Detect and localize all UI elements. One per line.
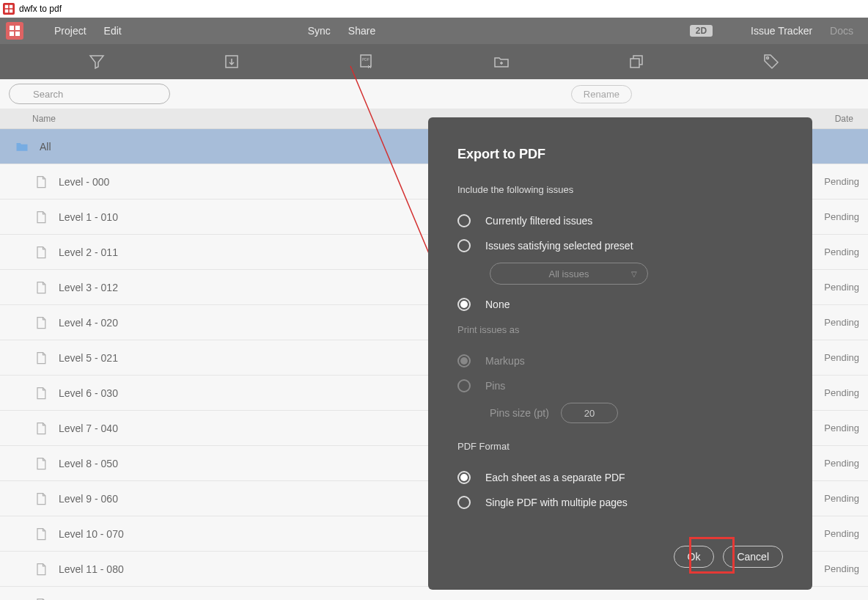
radio-icon <box>457 379 471 392</box>
menu-sync[interactable]: Sync <box>299 25 339 37</box>
svg-rect-11 <box>630 59 639 67</box>
radio-single-pdf[interactable]: Single PDF with multiple pages <box>457 490 783 515</box>
svg-point-12 <box>767 57 769 59</box>
row-status: Pending <box>809 422 868 433</box>
radio-label: Pins <box>485 380 505 392</box>
file-icon <box>34 562 48 577</box>
file-icon <box>34 527 48 541</box>
svg-rect-5 <box>15 26 20 30</box>
svg-rect-7 <box>15 32 20 36</box>
file-icon <box>34 245 48 260</box>
menu-project[interactable]: Project <box>45 25 95 37</box>
ok-button[interactable]: Ok <box>674 546 715 568</box>
import-icon[interactable] <box>223 53 240 70</box>
row-status: Pending <box>809 211 868 222</box>
file-icon <box>34 421 48 436</box>
folder-icon <box>15 139 29 154</box>
file-icon <box>34 456 48 471</box>
row-status: Pending <box>809 176 868 187</box>
radio-label: Single PDF with multiple pages <box>485 497 628 508</box>
preset-value: All issues <box>549 268 589 279</box>
file-icon <box>34 280 48 295</box>
svg-rect-3 <box>10 10 13 13</box>
radio-icon <box>457 239 471 252</box>
file-icon <box>34 315 48 330</box>
radio-icon <box>457 214 471 227</box>
row-status: Pending <box>809 246 868 257</box>
svg-rect-4 <box>10 26 14 30</box>
pdf-format-label: PDF Format <box>457 441 783 452</box>
row-status: Pending <box>809 458 868 469</box>
row-status: Pending <box>809 352 868 363</box>
radio-icon <box>457 298 471 311</box>
file-icon <box>34 210 48 224</box>
radio-preset-issues[interactable]: Issues satisfying selected preset <box>457 233 783 258</box>
row-status: Pending <box>809 493 868 504</box>
radio-filtered-issues[interactable]: Currently filtered issues <box>457 208 783 233</box>
radio-icon <box>457 471 471 484</box>
radio-pins: Pins <box>457 373 783 398</box>
row-status: Pending <box>809 387 868 398</box>
window-titlebar: dwfx to pdf <box>0 0 868 18</box>
search-input[interactable] <box>9 84 170 104</box>
radio-label: Issues satisfying selected preset <box>485 240 633 252</box>
file-icon <box>34 491 48 506</box>
row-status: Pending <box>809 282 868 293</box>
menu-docs[interactable]: Docs <box>821 25 862 37</box>
pins-size-label: Pins size (pt) <box>490 407 549 419</box>
svg-rect-2 <box>5 10 9 13</box>
menu-issue-tracker[interactable]: Issue Tracker <box>742 25 821 37</box>
print-issues-label: Print issues as <box>457 324 783 335</box>
mode-2d-badge[interactable]: 2D <box>690 25 713 37</box>
window-title: dwfx to pdf <box>19 4 62 14</box>
preset-dropdown[interactable]: All issues ▽ <box>490 263 648 285</box>
dialog-title: Export to PDF <box>457 147 783 162</box>
file-icon <box>34 175 48 189</box>
file-icon <box>34 351 48 365</box>
row-status: Pending <box>809 528 868 539</box>
pins-size-row: Pins size (pt) <box>490 398 783 433</box>
filter-icon[interactable] <box>88 53 106 70</box>
radio-icon <box>457 354 471 367</box>
menu-edit[interactable]: Edit <box>95 25 130 37</box>
radio-icon <box>457 496 471 509</box>
rename-button[interactable]: Rename <box>571 85 632 103</box>
include-issues-label: Include the following issues <box>457 184 783 195</box>
radio-label: Each sheet as a separate PDF <box>485 472 625 483</box>
file-icon <box>34 386 48 400</box>
copy-icon[interactable] <box>628 53 645 70</box>
radio-label: None <box>485 299 510 310</box>
cancel-button[interactable]: Cancel <box>723 546 783 568</box>
toolbar: PDF <box>0 44 868 79</box>
radio-none[interactable]: None <box>457 292 783 317</box>
svg-rect-1 <box>10 5 13 9</box>
row-status: Pending <box>809 563 868 574</box>
menu-bar: Project Edit Sync Share 2D Issue Tracker… <box>0 18 868 44</box>
row-status: Pending <box>809 317 868 328</box>
svg-text:PDF: PDF <box>362 57 369 62</box>
svg-rect-0 <box>5 5 9 9</box>
svg-rect-6 <box>10 32 14 36</box>
search-bar: Rename <box>0 79 868 109</box>
app-icon <box>3 3 15 15</box>
radio-label: Markups <box>485 355 525 367</box>
radio-separate-pdf[interactable]: Each sheet as a separate PDF <box>457 465 783 490</box>
menu-share[interactable]: Share <box>339 25 384 37</box>
export-pdf-dialog: Export to PDF Include the following issu… <box>428 117 812 590</box>
radio-markups: Markups <box>457 348 783 373</box>
export-pdf-icon[interactable]: PDF <box>358 53 375 70</box>
tag-icon[interactable] <box>762 53 780 70</box>
radio-label: Currently filtered issues <box>485 215 592 227</box>
pins-size-input[interactable] <box>561 403 618 423</box>
new-folder-icon[interactable] <box>493 53 510 70</box>
chevron-down-icon: ▽ <box>631 270 637 278</box>
column-date: Date <box>824 114 868 124</box>
file-icon <box>34 597 48 601</box>
app-logo[interactable] <box>6 22 23 40</box>
